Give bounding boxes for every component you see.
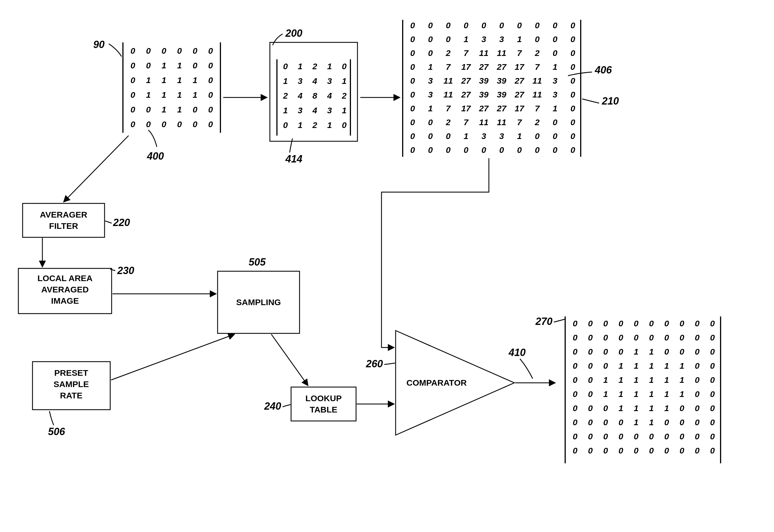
matrix-cell: 0 (695, 319, 700, 328)
matrix-cell: 0 (283, 120, 288, 130)
matrix-cell: 3 (553, 90, 558, 99)
matrix-cell: 7 (517, 118, 522, 127)
matrix-cell: 1 (464, 131, 469, 141)
matrix-cell: 0 (428, 21, 433, 30)
matrix-cell: 4 (298, 91, 303, 100)
matrix-cell: 0 (131, 105, 135, 114)
matrix-cell: 0 (571, 34, 575, 44)
matrix-cell: 0 (710, 418, 715, 427)
matrix-cell: 1 (634, 347, 639, 356)
matrix-cell: 1 (664, 403, 669, 413)
matrix-cell: 0 (634, 446, 639, 455)
matrix-cell: 1 (193, 75, 198, 85)
matrix-cell: 0 (588, 347, 593, 356)
matrix-cell: 0 (571, 48, 575, 58)
matrix-cell: 2 (535, 48, 540, 58)
matrix-cell: 1 (193, 90, 198, 99)
matrix-cell: 0 (446, 131, 451, 141)
matrix-cell: 0 (664, 319, 669, 328)
label-90: 90 (93, 39, 105, 50)
matrix-cell: 0 (634, 432, 639, 441)
matrix-cell: 0 (710, 347, 715, 356)
matrix-cell: 0 (695, 361, 700, 370)
matrix-cell: 1 (146, 90, 151, 99)
matrix-cell: 0 (619, 347, 623, 356)
matrix-cell: 0 (410, 62, 415, 71)
matrix-cell: 27 (461, 76, 471, 85)
matrix-cell: 0 (664, 418, 669, 427)
matrix-cell: 0 (342, 62, 347, 71)
matrix-cell: 11 (479, 118, 488, 127)
matrix-cell: 11 (532, 90, 542, 99)
matrix-cell: 1 (649, 361, 654, 370)
matrix-cell: 1 (634, 375, 639, 385)
matrix-cell: 0 (283, 62, 288, 71)
matrix-cell: 0 (680, 319, 684, 328)
matrix-cell: 27 (514, 90, 524, 99)
matrix-cell: 0 (619, 333, 623, 342)
matrix-cell: 0 (695, 333, 700, 342)
matrix-cell: 0 (619, 432, 623, 441)
matrix-cell: 0 (146, 120, 151, 129)
matrix-cell: 1 (177, 105, 182, 114)
matrix-cell: 0 (428, 118, 433, 127)
preset-l1: PRESET (54, 368, 88, 377)
matrix-cell: 1 (146, 75, 151, 85)
matrix-cell: 7 (464, 48, 469, 58)
matrix-cell: 3 (428, 76, 433, 85)
matrix-cell: 4 (312, 106, 317, 115)
matrix-cell: 0 (446, 34, 451, 44)
matrix-cell: 1 (283, 76, 288, 86)
matrix-cell: 0 (680, 333, 684, 342)
matrix-cell: 1 (177, 61, 182, 70)
matrix-cell: 0 (410, 131, 415, 141)
matrix-cell: 1 (603, 389, 608, 399)
matrix-cell: 0 (695, 418, 700, 427)
matrix-cell: 1 (177, 75, 182, 85)
matrix-cell: 0 (695, 403, 700, 413)
matrix-cell: 7 (446, 62, 451, 71)
comparator-text: COMPARATOR (406, 378, 467, 387)
matrix-cell: 0 (680, 446, 684, 455)
matrix-cell: 27 (479, 62, 489, 71)
matrix-cell: 0 (464, 21, 469, 30)
matrix-cell: 39 (497, 90, 506, 99)
matrix-cell: 7 (535, 104, 540, 113)
matrix-cell: 1 (327, 120, 332, 130)
matrix-cell: 27 (497, 104, 507, 113)
matrix-cell: 11 (443, 90, 453, 99)
matrix-cell: 0 (571, 118, 575, 127)
lookup-l1: LOOKUP (305, 394, 342, 403)
matrix-cell: 0 (710, 361, 715, 370)
matrix-cell: 0 (553, 48, 558, 58)
matrix-cell: 1 (649, 403, 654, 413)
label-220: 220 (113, 217, 130, 228)
label-200: 200 (285, 27, 302, 39)
label-270: 270 (535, 316, 552, 327)
matrix-cell: 39 (479, 76, 489, 85)
matrix-cell: 0 (603, 403, 608, 413)
matrix-cell: 0 (710, 389, 715, 399)
matrix-cell: 11 (443, 76, 453, 85)
matrix-cell: 0 (649, 319, 654, 328)
matrix-cell: 0 (603, 361, 608, 370)
matrix-cell: 0 (664, 432, 669, 441)
label-505: 505 (249, 256, 266, 268)
matrix-cell: 1 (177, 90, 182, 99)
matrix-cell: 0 (428, 131, 433, 141)
matrix-cell: 1 (619, 403, 623, 413)
matrix-cell: 1 (634, 418, 639, 427)
matrix-cell: 1 (342, 76, 347, 86)
matrix-cell: 0 (710, 446, 715, 455)
matrix-cell: 0 (588, 418, 593, 427)
label-240: 240 (264, 400, 281, 412)
matrix-cell: 1 (517, 131, 522, 141)
matrix-cell: 0 (619, 446, 623, 455)
matrix-cell: 0 (193, 46, 198, 55)
matrix-cell: 3 (499, 34, 504, 44)
matrix-cell: 0 (603, 347, 608, 356)
matrix-cell: 11 (532, 76, 542, 85)
preset-l2: SAMPLE (53, 379, 89, 389)
matrix-cell: 0 (482, 145, 486, 155)
matrix-cell: 8 (313, 91, 317, 100)
